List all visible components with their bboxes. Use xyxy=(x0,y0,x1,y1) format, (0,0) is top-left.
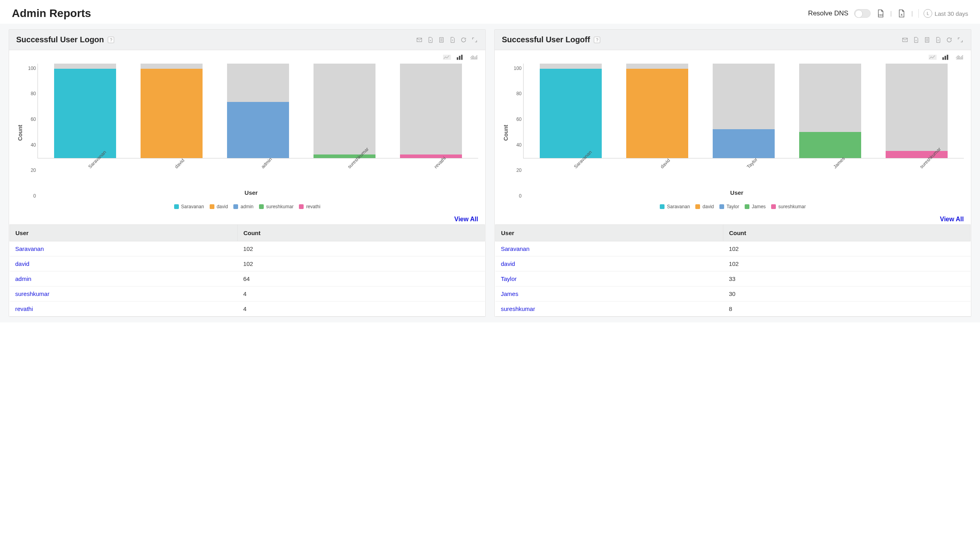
panel-title: Successful User Logon xyxy=(16,35,104,44)
svg-text:A: A xyxy=(916,40,917,41)
cell-user: david xyxy=(10,256,238,271)
mail-icon[interactable] xyxy=(416,36,423,43)
y-tick: 80 xyxy=(24,91,36,96)
legend-swatch xyxy=(174,204,179,209)
cell-count: 30 xyxy=(723,286,971,301)
user-link[interactable]: david xyxy=(501,260,515,267)
th-user[interactable]: User xyxy=(10,225,238,241)
area-chart-icon[interactable] xyxy=(469,54,478,61)
table-row: admin64 xyxy=(10,271,485,286)
refresh-icon[interactable] xyxy=(460,36,467,43)
table-row: Taylor33 xyxy=(496,271,971,286)
legend-swatch xyxy=(259,204,264,209)
line-chart-icon[interactable] xyxy=(928,54,937,61)
bar-chart-icon[interactable] xyxy=(456,54,465,61)
legend-item[interactable]: sureshkumar xyxy=(771,204,805,209)
svg-rect-17 xyxy=(947,55,948,60)
legend-item[interactable]: James xyxy=(745,204,766,209)
legend-item[interactable]: Saravanan xyxy=(174,204,204,209)
pdf-icon[interactable]: A xyxy=(912,36,920,43)
bar[interactable] xyxy=(42,64,128,158)
legend-label: James xyxy=(752,204,766,209)
user-link[interactable]: James xyxy=(501,290,518,297)
resolve-dns-toggle[interactable] xyxy=(854,9,871,18)
cell-count: 64 xyxy=(238,271,485,286)
legend-item[interactable]: admin xyxy=(233,204,253,209)
y-tick: 100 xyxy=(510,66,522,71)
svg-rect-14 xyxy=(929,55,937,60)
legend-item[interactable]: david xyxy=(210,204,228,209)
y-axis-label: Count xyxy=(17,124,23,140)
legend-swatch xyxy=(745,204,749,209)
svg-text:X: X xyxy=(901,13,903,17)
pdf-icon[interactable]: A xyxy=(427,36,434,43)
legend-item[interactable]: sureshkumar xyxy=(259,204,293,209)
refresh-icon[interactable] xyxy=(946,36,953,43)
table-row: Saravanan102 xyxy=(496,241,971,256)
user-link[interactable]: sureshkumar xyxy=(15,290,50,297)
svg-rect-7 xyxy=(457,57,458,60)
bar[interactable] xyxy=(528,64,614,158)
legend-label: sureshkumar xyxy=(266,204,293,209)
expand-icon[interactable] xyxy=(471,36,478,43)
date-range-selector[interactable]: L Last 30 days xyxy=(918,9,968,18)
legend-swatch xyxy=(660,204,665,209)
mail-icon[interactable] xyxy=(901,36,909,43)
user-link[interactable]: sureshkumar xyxy=(501,305,535,312)
export-xls-icon[interactable]: X xyxy=(897,9,906,18)
xls-icon[interactable]: X xyxy=(935,36,942,43)
export-csv-icon[interactable]: CSV xyxy=(876,9,885,18)
cell-count: 102 xyxy=(723,256,971,271)
svg-rect-15 xyxy=(942,57,944,60)
chart-type-toolbar xyxy=(9,50,485,61)
topbar: Admin Reports Resolve DNS CSV | X | L La… xyxy=(0,0,980,24)
legend-swatch xyxy=(719,204,724,209)
bar[interactable] xyxy=(128,64,215,158)
expand-icon[interactable] xyxy=(957,36,964,43)
th-count[interactable]: Count xyxy=(723,225,971,241)
doc-icon[interactable] xyxy=(438,36,445,43)
user-link[interactable]: revathi xyxy=(15,305,33,312)
legend: SaravanandavidTaylorJamessureshkumar xyxy=(495,202,971,216)
legend-item[interactable]: revathi xyxy=(299,204,320,209)
view-all-link[interactable]: View All xyxy=(454,216,478,223)
bar[interactable] xyxy=(787,64,873,158)
legend-label: revathi xyxy=(306,204,320,209)
user-link[interactable]: david xyxy=(15,260,30,267)
xls-icon[interactable]: X xyxy=(449,36,456,43)
help-icon[interactable]: ? xyxy=(594,37,600,43)
bar[interactable] xyxy=(388,64,474,158)
help-icon[interactable]: ? xyxy=(108,37,114,43)
cell-count: 4 xyxy=(238,301,485,316)
svg-rect-10 xyxy=(903,38,907,41)
th-user[interactable]: User xyxy=(496,225,723,241)
user-link[interactable]: Saravanan xyxy=(501,245,530,252)
user-link[interactable]: Saravanan xyxy=(15,245,44,252)
th-count[interactable]: Count xyxy=(238,225,485,241)
line-chart-icon[interactable] xyxy=(443,54,451,61)
legend-item[interactable]: david xyxy=(695,204,714,209)
legend-label: david xyxy=(702,204,714,209)
cell-count: 33 xyxy=(723,271,971,286)
bar[interactable] xyxy=(700,64,787,158)
legend-item[interactable]: Taylor xyxy=(719,204,739,209)
bar[interactable] xyxy=(873,64,960,158)
legend-item[interactable]: Saravanan xyxy=(660,204,690,209)
bar[interactable] xyxy=(301,64,388,158)
doc-icon[interactable] xyxy=(924,36,931,43)
bar[interactable] xyxy=(215,64,301,158)
bar[interactable] xyxy=(614,64,700,158)
svg-text:A: A xyxy=(430,40,431,41)
cell-count: 102 xyxy=(238,256,485,271)
cell-user: admin xyxy=(10,271,238,286)
area-chart-icon[interactable] xyxy=(955,54,964,61)
svg-text:X: X xyxy=(937,40,939,41)
panel-tools: A X xyxy=(901,36,964,43)
svg-rect-2 xyxy=(417,38,422,41)
user-link[interactable]: Taylor xyxy=(501,275,517,282)
legend-label: david xyxy=(217,204,228,209)
view-all-link[interactable]: View All xyxy=(940,216,964,223)
svg-rect-8 xyxy=(459,56,460,60)
user-link[interactable]: admin xyxy=(15,275,32,282)
bar-chart-icon[interactable] xyxy=(942,54,950,61)
